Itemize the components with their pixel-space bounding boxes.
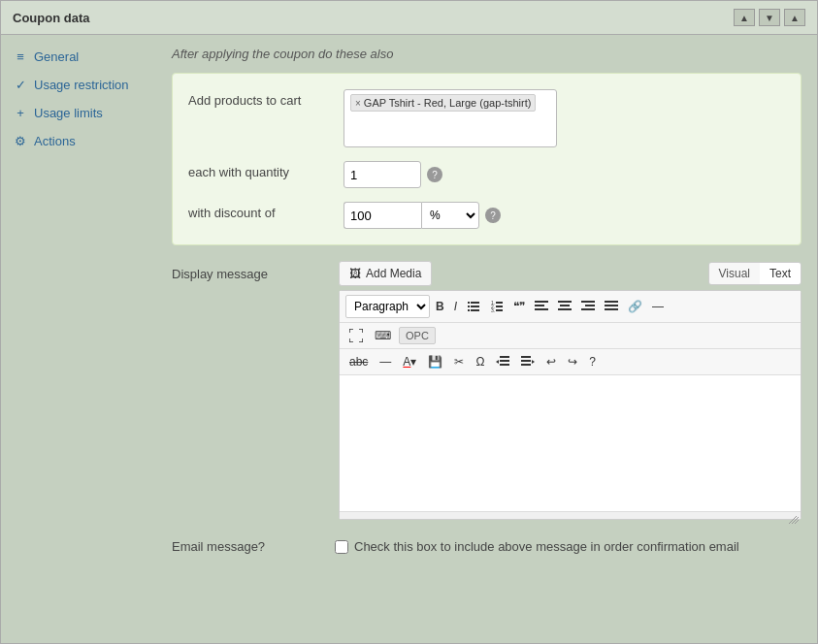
svg-rect-18 bbox=[558, 308, 572, 310]
paragraph-select[interactable]: Paragraph Heading 1 Heading 2 bbox=[345, 295, 430, 318]
remove-link-button[interactable]: ✂ bbox=[450, 353, 468, 370]
collapse-up-button[interactable]: ▲ bbox=[734, 9, 755, 26]
usage-limits-icon: + bbox=[13, 106, 28, 120]
svg-rect-1 bbox=[471, 302, 479, 304]
indent-increase-button[interactable] bbox=[517, 354, 539, 370]
email-message-label: Email message? bbox=[172, 539, 327, 554]
tag-remove-icon[interactable]: × bbox=[355, 98, 361, 109]
expand-button[interactable]: ▲ bbox=[784, 9, 805, 26]
section-subtitle: After applying the coupon do these also bbox=[172, 47, 802, 61]
italic-button[interactable]: I bbox=[450, 298, 461, 315]
align-left-button[interactable] bbox=[531, 299, 552, 314]
editor-area[interactable] bbox=[340, 375, 801, 511]
svg-rect-13 bbox=[535, 305, 544, 306]
svg-rect-5 bbox=[471, 309, 479, 311]
svg-rect-30 bbox=[500, 364, 509, 366]
email-message-checkbox-wrap: Check this box to include above message … bbox=[335, 539, 739, 554]
svg-rect-33 bbox=[521, 360, 531, 362]
quantity-control: ? bbox=[344, 161, 785, 188]
svg-rect-14 bbox=[535, 308, 548, 310]
indent-decrease-button[interactable] bbox=[492, 354, 513, 370]
add-products-label: Add products to cart bbox=[188, 89, 344, 108]
svg-rect-22 bbox=[581, 308, 595, 310]
opc-badge: OPC bbox=[399, 327, 436, 344]
text-view-button[interactable]: Text bbox=[760, 263, 801, 284]
discount-type-select[interactable]: % $ Fixed bbox=[421, 202, 479, 229]
opc-label: OPC bbox=[406, 330, 429, 341]
svg-rect-11 bbox=[496, 309, 503, 311]
sidebar-item-usage-limits-label: Usage limits bbox=[34, 106, 103, 120]
svg-text:3.: 3. bbox=[491, 307, 495, 313]
discount-label: with discount of bbox=[188, 202, 344, 220]
editor-toolbar-3: abc — A▾ 💾 ✂ Ω bbox=[340, 349, 801, 375]
svg-rect-20 bbox=[581, 301, 595, 303]
usage-restriction-icon: ✓ bbox=[13, 78, 28, 92]
help-button[interactable]: ? bbox=[585, 353, 600, 370]
keyboard-button[interactable]: ⌨ bbox=[371, 327, 395, 344]
discount-row: with discount of % $ Fixed ? bbox=[188, 202, 785, 229]
display-message-label: Display message bbox=[172, 261, 327, 281]
hr-button[interactable]: — bbox=[376, 353, 395, 370]
svg-rect-7 bbox=[496, 302, 503, 304]
sidebar-item-general[interactable]: ≡ General bbox=[1, 43, 156, 71]
sidebar-item-general-label: General bbox=[34, 49, 79, 64]
save-draft-button[interactable]: 💾 bbox=[424, 353, 446, 370]
strikethrough-button[interactable]: abc bbox=[345, 353, 372, 370]
sidebar: ≡ General ✓ Usage restriction + Usage li… bbox=[1, 35, 156, 643]
add-products-input[interactable]: × GAP Tshirt - Red, Large (gap-tshirt) bbox=[344, 89, 557, 147]
discount-control: % $ Fixed ? bbox=[344, 202, 785, 229]
coupon-data-panel: Coupon data ▲ ▼ ▲ ≡ General ✓ Usage rest… bbox=[0, 0, 818, 644]
link-button[interactable]: 🔗 bbox=[624, 298, 646, 315]
tag-value: GAP Tshirt - Red, Large (gap-tshirt) bbox=[364, 97, 532, 109]
more-toolbar-button[interactable]: — bbox=[648, 298, 668, 315]
visual-view-button[interactable]: Visual bbox=[709, 263, 760, 284]
discount-input[interactable] bbox=[344, 202, 421, 229]
blockquote-button[interactable]: ❝❞ bbox=[509, 298, 529, 315]
undo-button[interactable]: ↩ bbox=[542, 353, 560, 370]
align-right-button[interactable] bbox=[577, 299, 599, 314]
display-message-header: Display message 🖼 Add Media Visual Text bbox=[172, 261, 802, 520]
email-message-checkbox[interactable] bbox=[335, 540, 348, 554]
redo-button[interactable]: ↪ bbox=[564, 353, 581, 370]
special-char-button[interactable]: Ω bbox=[472, 353, 488, 370]
svg-rect-25 bbox=[605, 305, 618, 306]
svg-rect-9 bbox=[496, 306, 503, 307]
sidebar-item-usage-restriction-label: Usage restriction bbox=[34, 78, 129, 92]
svg-rect-16 bbox=[558, 301, 572, 303]
sidebar-item-actions[interactable]: ⚙ Actions bbox=[1, 127, 156, 155]
add-products-row: Add products to cart × GAP Tshirt - Red,… bbox=[188, 89, 785, 147]
quantity-row: each with quantity ? bbox=[188, 161, 785, 188]
svg-rect-17 bbox=[560, 305, 570, 306]
svg-rect-3 bbox=[471, 306, 479, 307]
add-media-button[interactable]: 🖼 Add Media bbox=[339, 261, 432, 286]
email-message-checkbox-label: Check this box to include above message … bbox=[354, 539, 739, 554]
ul-button[interactable] bbox=[463, 298, 484, 315]
justify-button[interactable] bbox=[601, 299, 622, 314]
editor-wrap: 🖼 Add Media Visual Text bbox=[339, 261, 802, 520]
svg-rect-28 bbox=[500, 356, 509, 358]
svg-rect-21 bbox=[585, 305, 595, 306]
ol-button[interactable]: 1.2.3. bbox=[486, 298, 507, 315]
svg-marker-35 bbox=[532, 360, 535, 364]
fullscreen-button[interactable] bbox=[345, 327, 367, 344]
sidebar-item-usage-restriction[interactable]: ✓ Usage restriction bbox=[1, 71, 156, 99]
svg-rect-0 bbox=[468, 302, 470, 304]
add-products-control: × GAP Tshirt - Red, Large (gap-tshirt) bbox=[344, 89, 785, 147]
main-content: After applying the coupon do these also … bbox=[156, 35, 817, 643]
editor-toolbar-1: Paragraph Heading 1 Heading 2 B I bbox=[340, 291, 801, 323]
editor-resize-handle[interactable] bbox=[340, 511, 801, 519]
product-tag: × GAP Tshirt - Red, Large (gap-tshirt) bbox=[350, 94, 536, 112]
align-center-button[interactable] bbox=[554, 299, 575, 314]
quantity-label: each with quantity bbox=[188, 161, 344, 179]
font-color-button[interactable]: A▾ bbox=[399, 353, 420, 370]
email-message-row: Email message? Check this box to include… bbox=[172, 531, 802, 554]
collapse-down-button[interactable]: ▼ bbox=[759, 9, 780, 26]
quantity-input[interactable] bbox=[344, 161, 421, 188]
panel-controls: ▲ ▼ ▲ bbox=[734, 9, 805, 26]
discount-help-icon[interactable]: ? bbox=[485, 208, 501, 223]
bold-button[interactable]: B bbox=[432, 298, 448, 315]
quantity-help-icon[interactable]: ? bbox=[427, 167, 442, 182]
panel-header: Coupon data ▲ ▼ ▲ bbox=[1, 1, 817, 35]
sidebar-item-usage-limits[interactable]: + Usage limits bbox=[1, 99, 156, 127]
svg-rect-4 bbox=[468, 309, 470, 311]
